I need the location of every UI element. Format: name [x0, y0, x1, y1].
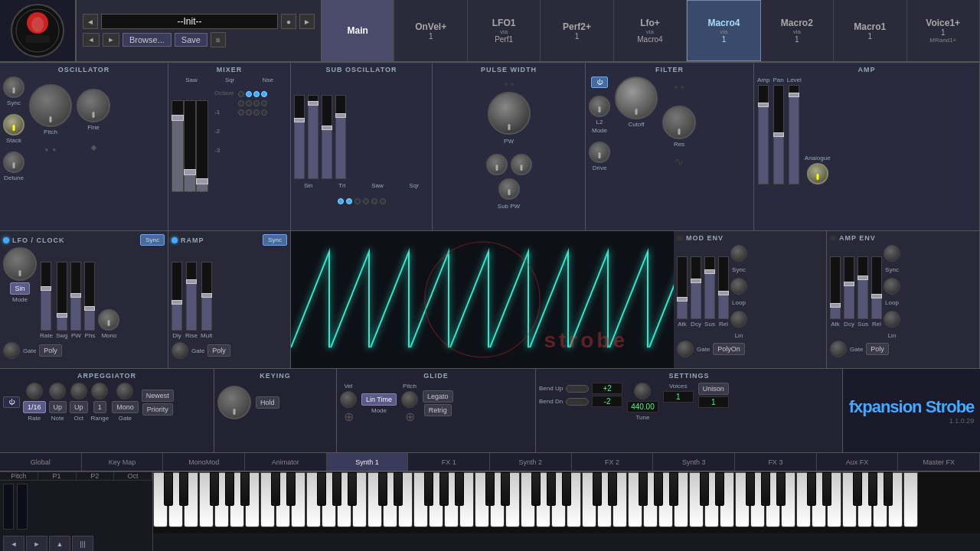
- tab-masterfx[interactable]: Master FX: [898, 453, 980, 471]
- mod-env-polyon-btn[interactable]: PolyOn: [713, 343, 745, 355]
- black-key[interactable]: [531, 472, 541, 506]
- pw-mod-knob[interactable]: [486, 154, 508, 175]
- black-key[interactable]: [639, 472, 648, 506]
- black-key[interactable]: [669, 472, 678, 506]
- pw-knob[interactable]: [488, 92, 531, 135]
- patch-dot-2[interactable]: [246, 91, 252, 97]
- glide-pitch-knob[interactable]: [401, 391, 418, 408]
- mod-wheel-slider[interactable]: [17, 484, 28, 530]
- detune-knob[interactable]: [3, 152, 24, 173]
- tab-animator[interactable]: Animator: [245, 453, 327, 471]
- tune-knob[interactable]: [634, 383, 651, 399]
- save-button[interactable]: Save: [175, 33, 207, 47]
- black-key[interactable]: [746, 472, 755, 506]
- lfo-pw-slider[interactable]: [70, 262, 81, 331]
- filter-power-btn[interactable]: ⏻: [591, 77, 608, 88]
- black-key[interactable]: [547, 472, 556, 506]
- filter-mode-knob[interactable]: [589, 96, 610, 117]
- tab-onvel[interactable]: OnVel+ 1: [394, 0, 467, 61]
- ramp-sync-btn[interactable]: Sync: [263, 234, 287, 246]
- lfo-sync-btn[interactable]: Sync: [140, 234, 165, 246]
- black-key[interactable]: [562, 472, 571, 506]
- preset-dot-btn[interactable]: ●: [281, 14, 296, 29]
- black-key[interactable]: [424, 472, 433, 506]
- sub-patch-1[interactable]: [338, 198, 344, 204]
- black-key[interactable]: [593, 472, 602, 506]
- black-key[interactable]: [485, 472, 495, 506]
- arp-range-value-btn[interactable]: 1: [93, 401, 106, 413]
- patch-dot-7[interactable]: [253, 100, 260, 106]
- mod-atk-slider[interactable]: [677, 256, 688, 319]
- sub-tri-slider[interactable]: [308, 95, 318, 179]
- sub-patch-5[interactable]: [371, 198, 377, 204]
- black-key[interactable]: [210, 472, 219, 506]
- sub-saw-slider[interactable]: [322, 95, 332, 179]
- patch-dot-4[interactable]: [261, 91, 267, 97]
- pitch-knob[interactable]: [29, 84, 72, 127]
- mod-env-loop-knob[interactable]: [730, 278, 747, 295]
- tab-synth3[interactable]: Synth 3: [653, 453, 735, 471]
- lfo-phs-slider[interactable]: [84, 262, 95, 331]
- tab-synth2[interactable]: Synth 2: [490, 453, 572, 471]
- oct-tab[interactable]: Oct: [114, 472, 152, 480]
- nav-down-btn[interactable]: |||: [72, 536, 93, 551]
- arp-rate-value-btn[interactable]: 1/16: [23, 401, 46, 413]
- black-key[interactable]: [240, 472, 250, 506]
- lfo-mode-btn[interactable]: Sin: [10, 282, 29, 295]
- bend-dn-slider[interactable]: [566, 398, 589, 406]
- amp-env-poly-btn[interactable]: Poly: [866, 343, 889, 355]
- lfo-poly-btn[interactable]: Poly: [39, 344, 62, 357]
- amp-env-lin-knob[interactable]: [884, 311, 900, 328]
- black-key[interactable]: [286, 472, 296, 506]
- sub-sqr-slider[interactable]: [335, 95, 346, 179]
- arp-oct-up-btn[interactable]: Up: [70, 401, 88, 413]
- black-key[interactable]: [654, 472, 663, 506]
- unison-btn[interactable]: Unison: [698, 383, 729, 395]
- preset-prev-btn[interactable]: ◄: [83, 14, 98, 29]
- amp-sus-slider[interactable]: [858, 256, 868, 319]
- sub-sin-slider[interactable]: [294, 95, 305, 179]
- saw-slider[interactable]: [172, 100, 184, 192]
- lfo-swg-slider[interactable]: [57, 262, 67, 331]
- sqr-slider[interactable]: [184, 100, 196, 192]
- black-key[interactable]: [608, 472, 617, 506]
- arp-priority-btn[interactable]: Priority: [142, 403, 173, 416]
- glide-lintime-btn[interactable]: Lin Time: [361, 393, 397, 406]
- pitch-bend-slider[interactable]: [3, 484, 14, 530]
- tab-fx3[interactable]: FX 3: [735, 453, 817, 471]
- patch-dot-11[interactable]: [253, 109, 260, 116]
- lfo-gate-knob[interactable]: [3, 342, 20, 359]
- tab-macro2[interactable]: Macro2 via 1: [761, 0, 834, 61]
- sub-patch-6[interactable]: [380, 198, 386, 204]
- analogue-knob[interactable]: [807, 163, 828, 184]
- ramp-gate-knob[interactable]: [172, 342, 188, 359]
- next-btn[interactable]: ►: [103, 33, 119, 47]
- black-key[interactable]: [776, 472, 786, 506]
- p2-tab[interactable]: P2: [77, 472, 115, 480]
- tab-global[interactable]: Global: [0, 453, 82, 471]
- arp-newest-btn[interactable]: Newest: [142, 390, 174, 402]
- mod-env-gate-knob[interactable]: [677, 341, 694, 357]
- black-key[interactable]: [394, 472, 403, 506]
- black-key[interactable]: [439, 472, 449, 506]
- black-key[interactable]: [332, 472, 341, 506]
- arp-oct-knob[interactable]: [70, 383, 87, 399]
- ramp-poly-btn[interactable]: Poly: [207, 344, 230, 357]
- nav-up-btn[interactable]: ▲: [49, 536, 70, 551]
- sub-patch-4[interactable]: [363, 198, 369, 204]
- black-key[interactable]: [225, 472, 234, 506]
- pitch-tab[interactable]: Pitch: [0, 472, 38, 480]
- black-key[interactable]: [317, 472, 326, 506]
- black-key[interactable]: [884, 472, 893, 506]
- tab-monomod[interactable]: MonoMod: [163, 453, 245, 471]
- mod-env-sync-knob[interactable]: [730, 245, 747, 262]
- prev-btn[interactable]: ◄: [83, 33, 100, 47]
- lfo-rate-slider[interactable]: [41, 262, 51, 331]
- pan-slider[interactable]: [773, 85, 784, 184]
- patch-dot-6[interactable]: [246, 100, 252, 106]
- cutoff-knob[interactable]: [615, 77, 658, 119]
- arp-range-knob[interactable]: [91, 383, 108, 399]
- p1-tab[interactable]: P1: [38, 472, 77, 480]
- glide-vel-knob[interactable]: [340, 391, 357, 408]
- black-key[interactable]: [378, 472, 387, 506]
